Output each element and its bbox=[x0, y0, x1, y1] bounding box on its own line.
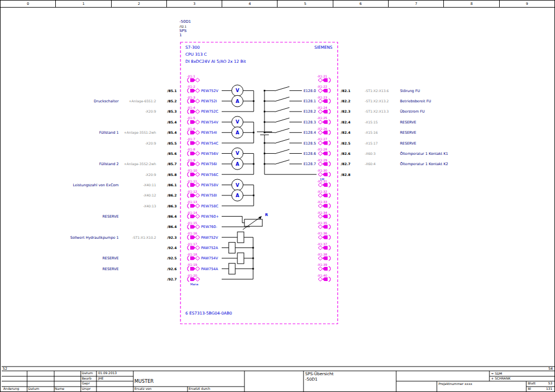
ammeter-letter: A bbox=[236, 99, 240, 104]
value-bearb: JHE bbox=[98, 377, 104, 381]
terminal-socket bbox=[196, 214, 200, 218]
terminal-label: -X1:24 bbox=[317, 106, 327, 109]
device-reference: +Anlage-65S1:2 bbox=[128, 99, 156, 103]
device-reference: -ST1:X1:X10.2 bbox=[132, 236, 156, 239]
function-label: RESERVE bbox=[102, 256, 119, 260]
terminal-label: -X1:25 bbox=[317, 116, 327, 120]
terminal-label: -X1:36 bbox=[317, 232, 327, 235]
terminal-arc bbox=[329, 235, 331, 239]
ruler-number: 3 bbox=[167, 1, 222, 7]
contact-blade bbox=[275, 87, 289, 91]
terminal-arc bbox=[329, 245, 331, 250]
terminal-pin bbox=[190, 225, 196, 229]
terminal-pin bbox=[190, 267, 196, 271]
terminal-socket bbox=[318, 173, 322, 177]
device-reference: -X20:9 bbox=[145, 141, 156, 145]
terminal-label: -X1:14 bbox=[187, 211, 197, 214]
function-label: Sollwert Hydraulikpumpe 1 bbox=[70, 236, 119, 240]
voltmeter-letter: V bbox=[236, 182, 240, 188]
label-datum-col: Datum bbox=[28, 387, 39, 391]
terminal-socket bbox=[196, 277, 200, 281]
terminal-label: -X1:27 bbox=[317, 138, 327, 141]
terminal-pin bbox=[190, 236, 196, 239]
terminal-label: -X1:5 bbox=[187, 116, 195, 120]
ruler-number: 8 bbox=[444, 1, 499, 7]
value-blatt: 53 bbox=[537, 382, 552, 386]
device-reference: -X60:4 bbox=[365, 162, 376, 166]
terminal-arc bbox=[329, 225, 331, 229]
terminal-arc bbox=[188, 99, 189, 103]
terminal-pin bbox=[190, 79, 196, 82]
terminal-arc bbox=[329, 151, 331, 155]
terminal-label: -X1:17 bbox=[187, 243, 197, 246]
ammeter-letter: A bbox=[236, 161, 240, 167]
terminal-label: -X1:4 bbox=[187, 106, 195, 109]
ruler-number: 5 bbox=[278, 1, 333, 7]
function-label: RESERVE bbox=[400, 130, 416, 135]
plc-part-number: 6 ES7313-5BG04-0AB0 bbox=[185, 311, 232, 316]
terminal-socket bbox=[196, 120, 200, 124]
terminal-pin bbox=[190, 183, 196, 187]
terminal-arc bbox=[188, 172, 189, 177]
voltmeter-symbol bbox=[232, 179, 243, 191]
junction-dot bbox=[253, 100, 255, 102]
signal-label: PAW752V bbox=[201, 236, 218, 240]
terminal-socket bbox=[318, 225, 322, 228]
terminal-note: 1M bbox=[320, 178, 324, 181]
plc-model: S7-300 bbox=[185, 45, 200, 50]
cross-reference: /82.4 bbox=[341, 120, 351, 124]
terminal-label: -X1:40 bbox=[317, 274, 327, 277]
contact-blade bbox=[275, 149, 289, 154]
terminal-arc bbox=[329, 88, 331, 93]
terminal-socket bbox=[318, 152, 322, 155]
potentiometer-arrow-shaft bbox=[243, 217, 261, 230]
terminal-socket bbox=[318, 267, 322, 271]
terminal-label: -X1:19 bbox=[187, 263, 197, 266]
terminal-pin bbox=[190, 110, 196, 114]
terminal-label: -X1:34 bbox=[317, 211, 327, 214]
terminal-socket bbox=[318, 246, 322, 250]
terminal-arc bbox=[188, 256, 189, 260]
voltmeter-letter: V bbox=[236, 119, 240, 125]
terminal-arc bbox=[188, 130, 189, 135]
terminal-socket bbox=[196, 109, 200, 113]
terminal-socket bbox=[196, 162, 200, 166]
ruler-number: 0 bbox=[1, 1, 56, 7]
terminal-pin bbox=[322, 236, 328, 239]
contact-blade bbox=[275, 108, 289, 112]
cross-reference: /82.8 bbox=[341, 173, 351, 177]
terminal-pin bbox=[190, 162, 196, 166]
terminal-arc bbox=[188, 120, 189, 124]
terminal-label: -X1:6 bbox=[187, 127, 195, 130]
terminal-socket bbox=[196, 236, 200, 239]
terminal-socket bbox=[318, 204, 322, 208]
label-bearb: Bearb bbox=[82, 377, 92, 381]
device-reference: -X40:11 bbox=[143, 183, 156, 187]
cross-reference: /82.6 bbox=[341, 152, 351, 155]
plc-device-tag: -50D1 bbox=[179, 20, 191, 24]
load-resistor bbox=[237, 253, 244, 264]
terminal-pin bbox=[190, 99, 196, 103]
terminal-socket bbox=[318, 277, 322, 281]
terminal-arc bbox=[188, 245, 189, 250]
cross-reference: /92.3 bbox=[167, 236, 177, 239]
voltmeter-letter: V bbox=[236, 151, 240, 156]
ruler-number: 4 bbox=[222, 1, 278, 7]
terminal-socket bbox=[318, 120, 322, 124]
terminal-label: -X1:26 bbox=[317, 127, 327, 130]
terminal-pin bbox=[322, 141, 328, 145]
junction-dot bbox=[264, 90, 266, 92]
terminal-socket bbox=[196, 152, 200, 155]
structure-anlage: = SDM bbox=[491, 372, 502, 376]
ammeter-letter: A bbox=[236, 193, 240, 198]
signal-label: PEW754V bbox=[201, 120, 218, 125]
input-address: E128.7 bbox=[304, 162, 316, 166]
terminal-socket bbox=[318, 99, 322, 103]
function-label: Betriebsbereit FU bbox=[400, 99, 431, 103]
device-reference: -X40:12 bbox=[143, 193, 156, 197]
terminal-pin bbox=[190, 204, 196, 208]
cross-reference: /82.2 bbox=[341, 99, 351, 103]
terminal-pin bbox=[322, 120, 328, 124]
load-resistor bbox=[229, 243, 235, 253]
cross-reference: /82.3 bbox=[341, 109, 351, 113]
